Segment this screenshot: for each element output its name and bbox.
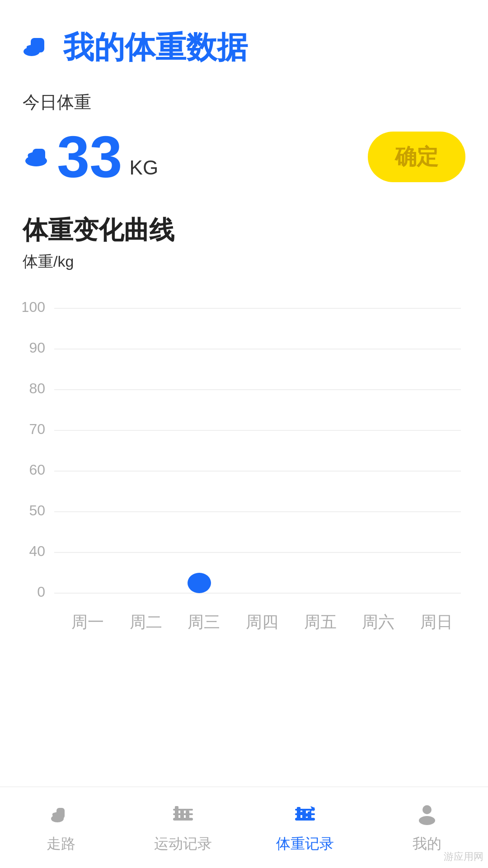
nav-label-weight: 体重记录 — [276, 834, 334, 854]
svg-rect-30 — [186, 811, 189, 821]
page-title: 我的体重数据 — [63, 27, 248, 68]
nav-label-exercise: 运动记录 — [154, 834, 212, 854]
nav-item-weight[interactable]: 体重记录 — [244, 802, 366, 854]
svg-text:60: 60 — [29, 462, 45, 478]
x-label-sat: 周六 — [349, 611, 408, 633]
weight-bar — [188, 573, 211, 593]
header-icon — [23, 29, 54, 67]
svg-rect-29 — [180, 809, 184, 821]
watermark: 游应用网 — [444, 850, 483, 863]
chart-area: 100 90 80 70 60 50 40 — [23, 286, 465, 602]
nav-item-exercise[interactable]: 运动记录 — [122, 802, 244, 854]
weight-value: 33 — [57, 127, 122, 186]
chart-section: 体重变化曲线 体重/kg 100 90 80 70 60 — [0, 191, 488, 868]
weight-row: 33 KG 确定 — [23, 127, 465, 186]
scale-icon — [23, 141, 50, 174]
confirm-button[interactable]: 确定 — [368, 132, 465, 182]
svg-point-39 — [419, 816, 435, 825]
x-label-mon: 周一 — [59, 611, 117, 633]
chart-subtitle: 体重/kg — [23, 251, 465, 272]
svg-point-38 — [422, 805, 432, 814]
x-label-sun: 周日 — [407, 611, 465, 633]
exercise-icon — [171, 802, 195, 830]
page-header: 我的体重数据 — [0, 0, 488, 77]
x-label-tue: 周二 — [117, 611, 175, 633]
x-label-wed: 周三 — [175, 611, 233, 633]
walk-icon — [49, 802, 73, 830]
weight-chart: 100 90 80 70 60 50 40 — [23, 286, 465, 602]
nav-item-walk[interactable]: 走路 — [0, 802, 122, 854]
today-label: 今日体重 — [23, 91, 465, 114]
x-label-fri: 周五 — [291, 611, 349, 633]
nav-item-profile[interactable]: 我的 — [366, 802, 488, 854]
weight-unit: KG — [130, 156, 159, 179]
x-axis-labels: 周一 周二 周三 周四 周五 周六 周日 — [23, 602, 465, 633]
svg-rect-28 — [175, 806, 178, 821]
weight-icon — [293, 802, 317, 830]
chart-title: 体重变化曲线 — [23, 213, 465, 248]
weight-display: 33 KG — [23, 127, 158, 186]
svg-text:80: 80 — [29, 380, 45, 396]
svg-text:40: 40 — [29, 543, 45, 559]
today-weight-section: 今日体重 33 KG 确定 — [0, 77, 488, 191]
nav-label-walk: 走路 — [47, 834, 75, 854]
nav-label-profile: 我的 — [413, 834, 441, 854]
svg-text:90: 90 — [29, 340, 45, 356]
svg-text:50: 50 — [29, 502, 45, 519]
profile-icon — [415, 802, 439, 830]
svg-text:70: 70 — [29, 421, 45, 437]
bottom-nav: 走路 运动记录 — [0, 787, 488, 868]
svg-text:0: 0 — [37, 584, 45, 600]
svg-text:100: 100 — [23, 299, 45, 315]
x-label-thu: 周四 — [233, 611, 291, 633]
